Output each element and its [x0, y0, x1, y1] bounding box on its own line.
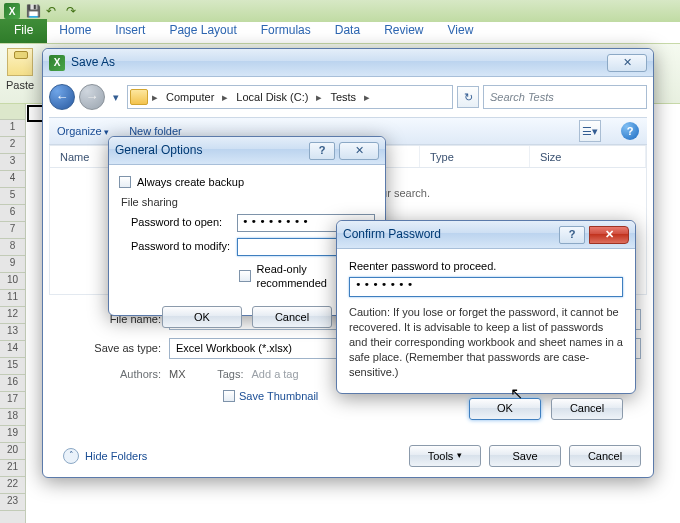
clipboard-icon [7, 48, 33, 76]
cancel-button[interactable]: Cancel [551, 398, 623, 420]
cancel-button[interactable]: Cancel [569, 445, 641, 467]
tab-pagelayout[interactable]: Page Layout [157, 19, 248, 43]
close-button[interactable]: ✕ [607, 54, 647, 72]
ribbon-tabs: File Home Insert Page Layout Formulas Da… [0, 22, 680, 44]
chevron-up-icon: ˄ [63, 448, 79, 464]
address-breadcrumb[interactable]: ▸ Computer▸ Local Disk (C:)▸ Tests▸ [127, 85, 453, 109]
dialog-title: Confirm Password [343, 227, 559, 243]
dialog-title: Save As [71, 55, 607, 71]
save-button[interactable]: Save [489, 445, 561, 467]
help-button[interactable]: ? [559, 226, 585, 244]
row-headers: 1234567891011121314151617181920212223 [0, 104, 26, 523]
view-mode-button[interactable]: ☰▾ [579, 120, 601, 142]
pw-modify-label: Password to modify: [119, 239, 231, 253]
tab-data[interactable]: Data [323, 19, 372, 43]
tab-view[interactable]: View [436, 19, 486, 43]
paste-button[interactable]: Paste [6, 48, 34, 99]
close-button[interactable]: ✕ [339, 142, 379, 160]
help-icon[interactable]: ? [621, 122, 639, 140]
excel-logo-icon: X [49, 55, 65, 71]
tab-review[interactable]: Review [372, 19, 435, 43]
nav-forward-button[interactable]: → [79, 84, 105, 110]
nav-back-button[interactable]: ← [49, 84, 75, 110]
excel-logo-icon: X [4, 3, 20, 19]
prompt-text: Reenter password to proceed. [349, 259, 623, 273]
always-backup-checkbox[interactable]: Always create backup [119, 175, 375, 189]
pw-open-label: Password to open: [119, 215, 231, 229]
undo-icon[interactable]: ↶ [46, 4, 60, 18]
save-type-label: Save as type: [83, 341, 161, 355]
authors-label: Authors: [83, 367, 161, 381]
tags-label: Tags: [194, 367, 244, 381]
help-button[interactable]: ? [309, 142, 335, 160]
checkbox-icon [119, 176, 131, 188]
search-input[interactable]: Search Tests [483, 85, 647, 109]
save-icon[interactable]: 💾 [26, 4, 40, 18]
dialog-title: General Options [115, 143, 309, 159]
tools-button[interactable]: Tools [409, 445, 481, 467]
organize-button[interactable]: Organize [57, 124, 109, 139]
file-sharing-label: File sharing [121, 195, 375, 209]
tags-value[interactable]: Add a tag [252, 367, 299, 381]
confirm-password-dialog: Confirm Password ? ✕ Reenter password to… [336, 220, 636, 394]
checkbox-icon [239, 270, 251, 282]
reenter-password-input[interactable]: ••••••• [349, 277, 623, 297]
paste-label: Paste [6, 78, 34, 92]
cancel-button[interactable]: Cancel [252, 306, 332, 328]
tab-formulas[interactable]: Formulas [249, 19, 323, 43]
ok-button[interactable]: OK [469, 398, 541, 420]
file-tab[interactable]: File [0, 19, 47, 43]
nav-history-dropdown[interactable]: ▾ [109, 84, 123, 110]
redo-icon[interactable]: ↷ [66, 4, 80, 18]
checkbox-icon [223, 390, 235, 402]
refresh-button[interactable]: ↻ [457, 86, 479, 108]
col-size[interactable]: Size [530, 146, 646, 167]
caution-text: Caution: If you lose or forget the passw… [349, 305, 623, 379]
tab-insert[interactable]: Insert [103, 19, 157, 43]
col-type[interactable]: Type [420, 146, 530, 167]
hide-folders-button[interactable]: ˄ Hide Folders [63, 448, 147, 464]
ok-button[interactable]: OK [162, 306, 242, 328]
close-button[interactable]: ✕ [589, 226, 629, 244]
tab-home[interactable]: Home [47, 19, 103, 43]
authors-value[interactable]: MX [169, 367, 186, 381]
folder-icon [130, 89, 148, 105]
